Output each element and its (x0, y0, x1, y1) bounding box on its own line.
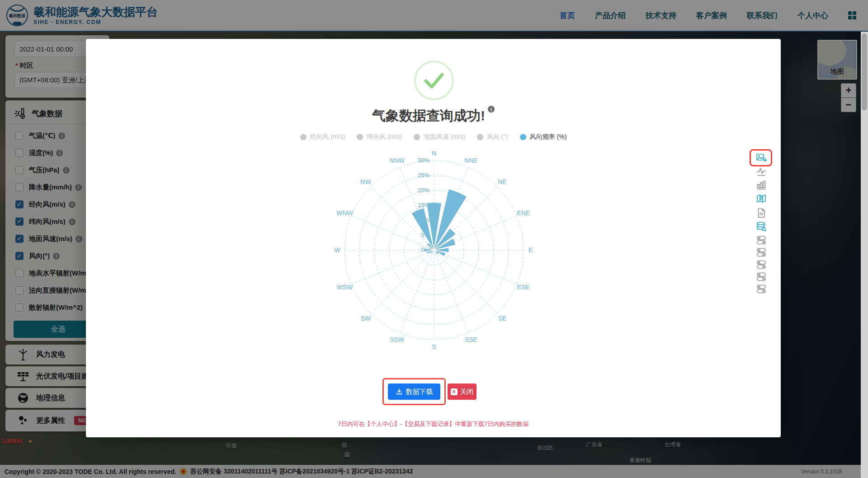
close-x-icon: ✕ (451, 388, 458, 395)
line-chart-icon[interactable] (756, 166, 767, 177)
legend-dot (477, 134, 483, 140)
legend-item-wind-freq[interactable]: 风向频率 (%) (520, 133, 567, 141)
redownload-note: 7日内可在【个人中心】-【交易及下载记录】中重新下载7日内购买的数据 (86, 420, 781, 428)
svg-text:ESE: ESE (517, 284, 530, 291)
wind-rose-chart[interactable]: 30%25%20%15%10%5%0%NNNENEENEEESESESSESSS… (316, 147, 552, 360)
data-download-button[interactable]: 数据下载 (388, 383, 440, 400)
legend-dot (300, 134, 307, 140)
database-search-icon[interactable] (756, 221, 767, 232)
toggle-list-icon[interactable] (756, 247, 767, 258)
legend-item-wind-dir[interactable]: 风向 (°) (477, 133, 508, 141)
toggle-list-icon[interactable] (756, 284, 767, 294)
download-icon (396, 388, 403, 395)
close-button[interactable]: ✕ 关闭 (448, 383, 476, 400)
svg-text:SW: SW (360, 315, 371, 322)
svg-text:30%: 30% (418, 157, 429, 164)
svg-text:W: W (334, 246, 340, 254)
chart-legend: 经向风 (m/s) 纬向风 (m/s) 地面风速 (m/s) 风向 (°) 风向… (86, 133, 781, 141)
toggle-list-icon[interactable] (756, 259, 767, 270)
svg-text:S: S (432, 343, 436, 350)
document-icon[interactable] (756, 208, 767, 218)
legend-item-surface-wind[interactable]: 地面风速 (m/s) (414, 133, 465, 141)
query-success-modal: 气象数据查询成功! i 经向风 (m/s) 纬向风 (m/s) 地面风速 (m/… (86, 39, 781, 437)
page-scrollbar[interactable] (861, 32, 868, 478)
legend-dot (520, 134, 526, 140)
info-icon[interactable]: i (488, 106, 495, 113)
success-check-icon (413, 60, 455, 103)
svg-text:25%: 25% (418, 172, 429, 179)
image-download-icon[interactable] (756, 152, 767, 163)
svg-text:NW: NW (360, 178, 371, 185)
svg-text:SE: SE (498, 315, 507, 322)
svg-text:E: E (528, 246, 533, 254)
toggle-list-icon[interactable] (756, 271, 767, 282)
modal-title: 气象数据查询成功! (372, 107, 485, 125)
map-view-icon[interactable] (756, 193, 767, 204)
svg-text:WNW: WNW (336, 209, 353, 217)
svg-text:ENE: ENE (517, 209, 530, 217)
svg-text:NE: NE (498, 178, 507, 185)
bar-chart-icon[interactable] (756, 180, 767, 190)
svg-text:SSE: SSE (465, 336, 477, 343)
legend-dot (357, 134, 363, 140)
svg-text:WSW: WSW (336, 284, 353, 291)
scrollbar-thumb[interactable] (862, 33, 867, 110)
svg-text:20%: 20% (418, 187, 429, 194)
svg-text:NNW: NNW (389, 157, 405, 164)
svg-text:SSW: SSW (390, 336, 405, 343)
toggle-list-icon[interactable] (756, 235, 767, 246)
legend-item-v-wind[interactable]: 纬向风 (m/s) (357, 133, 402, 141)
app: 印度 拉 国 自治区 广东省 香港特别 台湾省 马斯喀特 羲和数源 羲和能源气象… (0, 0, 868, 478)
svg-text:N: N (432, 150, 436, 157)
svg-text:NNE: NNE (464, 157, 478, 164)
legend-item-u-wind[interactable]: 经向风 (m/s) (300, 133, 345, 141)
legend-dot (414, 134, 420, 140)
